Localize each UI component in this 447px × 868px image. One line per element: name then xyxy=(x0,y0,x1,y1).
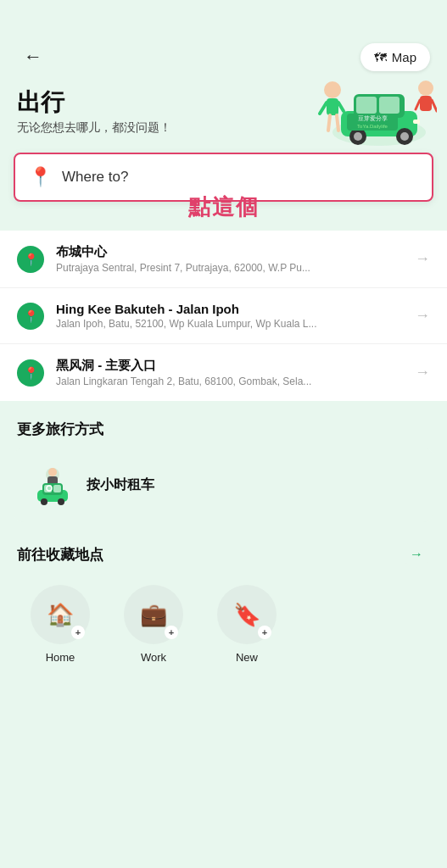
saved-arrow-button[interactable]: → xyxy=(403,541,430,568)
location-icon-1: 📍 xyxy=(17,303,44,330)
saved-place-work[interactable]: 💼 + Work xyxy=(107,585,200,664)
svg-rect-29 xyxy=(53,485,61,492)
title-section: 出行 无论您想去哪儿，都没问题！ 豆芽爱分享 ToYa.Dailylife xyxy=(0,80,447,136)
svg-rect-4 xyxy=(379,97,400,114)
recent-place-item-2[interactable]: 📍 黑风洞 - 主要入口 Jalan Lingkaran Tengah 2, B… xyxy=(0,344,447,401)
rental-icon xyxy=(31,463,75,507)
svg-text:豆芽爱分享: 豆芽爱分享 xyxy=(358,115,388,121)
search-placeholder: Where to? xyxy=(62,169,128,186)
svg-point-31 xyxy=(58,498,64,505)
more-travel-title: 更多旅行方式 xyxy=(0,401,447,448)
map-icon: 🗺 xyxy=(374,50,387,64)
svg-point-24 xyxy=(48,468,57,476)
saved-place-new[interactable]: 🔖 + New xyxy=(200,585,293,664)
location-icon-2: 📍 xyxy=(17,359,44,387)
map-label: Map xyxy=(392,50,416,64)
svg-line-21 xyxy=(432,100,437,111)
recent-place-item-0[interactable]: 📍 布城中心 Putrajaya Sentral, Presint 7, Put… xyxy=(0,231,447,288)
home-icon: 🏠 xyxy=(47,602,74,628)
new-circle: 🔖 + xyxy=(217,585,277,644)
pin-icon: 📍 xyxy=(29,166,52,188)
svg-point-13 xyxy=(324,81,341,98)
location-addr-2: Jalan Lingkaran Tengah 2, Batu, 68100, G… xyxy=(56,376,406,387)
recent-place-item-1[interactable]: 📍 Hing Kee Bakuteh - Jalan Ipoh Jalan Ip… xyxy=(0,288,447,344)
location-info-0: 布城中心 Putrajaya Sentral, Presint 7, Putra… xyxy=(56,244,406,274)
home-circle: 🏠 + xyxy=(31,585,90,644)
saved-places-list: 🏠 + Home 💼 + Work 🔖 + New xyxy=(0,576,447,689)
location-name-0: 布城中心 xyxy=(56,244,406,260)
svg-point-19 xyxy=(418,81,433,96)
location-info-1: Hing Kee Bakuteh - Jalan Ipoh Jalan Ipoh… xyxy=(56,302,406,330)
work-plus: + xyxy=(165,626,178,639)
svg-rect-9 xyxy=(413,120,420,124)
rental-card[interactable]: 按小时租车 xyxy=(14,448,433,522)
svg-line-16 xyxy=(338,103,344,111)
work-label: Work xyxy=(141,651,166,664)
recent-places-list: 📍 布城中心 Putrajaya Sentral, Presint 7, Put… xyxy=(0,231,447,401)
svg-rect-3 xyxy=(356,97,377,114)
location-addr-0: Putrajaya Sentral, Presint 7, Putrajaya,… xyxy=(56,262,406,274)
svg-line-22 xyxy=(416,100,420,109)
saved-title: 前往收藏地点 xyxy=(17,545,103,565)
saved-header: 前往收藏地点 → xyxy=(0,522,447,576)
svg-text:ToYa.Dailylife: ToYa.Dailylife xyxy=(357,124,388,129)
arrow-icon-2: → xyxy=(415,364,430,381)
work-circle: 💼 + xyxy=(124,585,183,644)
search-box-wrapper: 📍 Where to? 點這個 xyxy=(0,136,447,210)
home-label: Home xyxy=(46,651,75,664)
arrow-icon-1: → xyxy=(415,307,430,325)
svg-rect-20 xyxy=(420,96,432,111)
location-icon-0: 📍 xyxy=(17,246,44,273)
home-plus: + xyxy=(71,626,85,639)
svg-line-15 xyxy=(320,103,327,114)
back-button[interactable]: ← xyxy=(17,42,49,71)
svg-line-17 xyxy=(328,115,330,131)
svg-rect-14 xyxy=(327,98,338,115)
arrow-icon-0: → xyxy=(415,250,430,268)
location-name-1: Hing Kee Bakuteh - Jalan Ipoh xyxy=(56,302,406,316)
svg-point-30 xyxy=(41,498,47,505)
new-plus: + xyxy=(258,626,271,639)
location-info-2: 黑风洞 - 主要入口 Jalan Lingkaran Tengah 2, Bat… xyxy=(56,358,406,387)
saved-place-home[interactable]: 🏠 + Home xyxy=(14,585,107,664)
new-label: New xyxy=(236,651,258,664)
new-icon: 🔖 xyxy=(233,602,260,628)
svg-line-18 xyxy=(337,115,338,131)
location-addr-1: Jalan Ipoh, Batu, 52100, Wp Kuala Lumpur… xyxy=(56,318,406,330)
click-hint: 點這個 xyxy=(188,192,260,222)
work-icon: 💼 xyxy=(140,602,167,628)
location-name-2: 黑风洞 - 主要入口 xyxy=(56,358,406,374)
rental-label: 按小时租车 xyxy=(87,476,154,494)
